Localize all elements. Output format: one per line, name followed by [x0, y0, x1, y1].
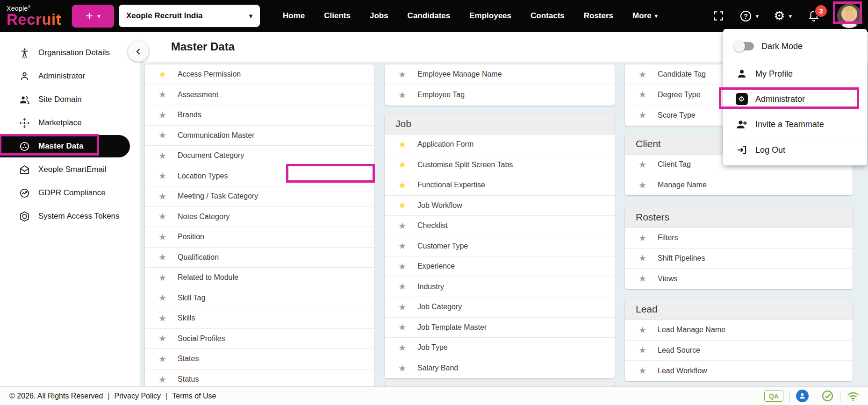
check-status-icon[interactable]: [821, 390, 834, 402]
menu-item-log-out[interactable]: Log Out: [723, 137, 867, 163]
star-icon[interactable]: ★: [158, 90, 166, 99]
sidebar-item-system-access-tokens[interactable]: System Access Tokens: [0, 205, 140, 228]
star-icon[interactable]: ★: [398, 91, 406, 99]
list-item-notes-category[interactable]: ★Notes Category: [145, 207, 374, 227]
list-item-job-type[interactable]: ★Job Type: [385, 338, 615, 358]
star-icon[interactable]: ★: [638, 234, 646, 242]
profile-status-icon[interactable]: [796, 390, 809, 402]
user-avatar[interactable]: [837, 4, 861, 28]
nav-item-home[interactable]: Home: [283, 11, 305, 21]
settings-gear-icon[interactable]: ⚙: [774, 10, 785, 22]
star-icon[interactable]: ★: [398, 282, 406, 291]
star-icon[interactable]: ★: [158, 334, 166, 343]
list-item-skills[interactable]: ★Skills: [145, 308, 374, 329]
star-icon[interactable]: ★: [398, 303, 406, 312]
sidebar-item-gdpr-compliance[interactable]: GDPR Compliance: [0, 181, 140, 205]
qa-badge[interactable]: QA: [764, 391, 783, 402]
list-item-communication-master[interactable]: ★Communication Master: [145, 126, 374, 146]
star-icon[interactable]: ★: [398, 262, 406, 271]
sidebar-item-xeople-smartemail[interactable]: Xeople SmartEmail: [0, 158, 140, 181]
terms-of-use-link[interactable]: Terms of Use: [172, 392, 216, 400]
star-icon[interactable]: ★: [398, 242, 406, 250]
list-item-manage-name[interactable]: ★Manage Name: [625, 175, 853, 196]
sidebar-item-organisation-details[interactable]: Organisation Details: [0, 41, 140, 64]
star-icon[interactable]: ★: [398, 221, 406, 230]
star-icon[interactable]: ★: [398, 160, 406, 169]
chevron-down-icon[interactable]: ▾: [756, 13, 759, 20]
help-icon[interactable]: ?: [739, 10, 752, 22]
star-icon[interactable]: ★: [158, 111, 166, 120]
list-item-qualification[interactable]: ★Qualification: [145, 248, 374, 268]
list-item-job-template-master[interactable]: ★Job Template Master: [385, 318, 615, 338]
list-item-experience[interactable]: ★Experience: [385, 256, 615, 277]
nav-item-contacts[interactable]: Contacts: [531, 11, 565, 21]
star-icon[interactable]: ★: [158, 273, 166, 282]
star-icon[interactable]: ★: [158, 355, 166, 363]
list-item-lead-source[interactable]: ★Lead Source: [625, 341, 853, 361]
star-icon[interactable]: ★: [398, 70, 406, 79]
star-icon[interactable]: ★: [398, 364, 406, 373]
star-icon[interactable]: ★: [638, 181, 646, 190]
nav-item-candidates[interactable]: Candidates: [408, 11, 451, 21]
sidebar-item-master-data[interactable]: Master Data: [0, 135, 130, 157]
star-icon[interactable]: ★: [158, 131, 166, 140]
list-item-social-profiles[interactable]: ★Social Profiles: [145, 329, 374, 349]
menu-item-my-profile[interactable]: My Profile: [723, 61, 867, 86]
star-icon[interactable]: ★: [158, 293, 166, 302]
nav-item-rosters[interactable]: Rosters: [584, 11, 613, 21]
star-icon[interactable]: ★: [398, 181, 406, 190]
privacy-policy-link[interactable]: Privacy Policy: [115, 392, 161, 400]
list-item-job-category[interactable]: ★Job Category: [385, 297, 615, 318]
list-item-location-types[interactable]: ★Location Types: [145, 166, 374, 187]
star-icon[interactable]: ★: [158, 171, 166, 180]
wifi-status-icon[interactable]: [846, 390, 860, 403]
list-item-lead-manage-name[interactable]: ★Lead Manage Name: [625, 320, 853, 341]
add-button[interactable]: + ▾: [72, 5, 114, 28]
notifications-bell[interactable]: 3: [808, 10, 820, 22]
list-item-employee-manage-name[interactable]: ★Employee Manage Name: [385, 64, 615, 85]
star-icon[interactable]: ★: [638, 326, 646, 334]
dark-mode-toggle-row[interactable]: Dark Mode: [723, 32, 867, 61]
nav-item-more[interactable]: More▾: [632, 11, 658, 21]
list-item-application-form[interactable]: ★Application Form: [385, 135, 615, 155]
star-icon[interactable]: ★: [398, 201, 406, 210]
list-item-brands[interactable]: ★Brands: [145, 105, 374, 126]
sidebar-item-administrator[interactable]: Administrator: [0, 64, 140, 88]
list-item-job-workflow[interactable]: ★Job Workflow: [385, 196, 615, 216]
sidebar-item-marketplace[interactable]: Marketplace: [0, 111, 140, 135]
nav-item-clients[interactable]: Clients: [324, 11, 351, 21]
star-icon[interactable]: ★: [638, 254, 646, 263]
list-item-salary-band[interactable]: ★Salary Band: [385, 358, 615, 379]
nav-item-jobs[interactable]: Jobs: [370, 11, 388, 21]
sidebar-item-site-domain[interactable]: Site Domain: [0, 88, 140, 111]
list-item-lead-workflow[interactable]: ★Lead Workflow: [625, 361, 853, 381]
star-icon[interactable]: ★: [158, 375, 166, 384]
organisation-selector[interactable]: Xeople Recruit India ▾: [119, 5, 260, 27]
fullscreen-icon[interactable]: [712, 10, 725, 22]
star-icon[interactable]: ★: [158, 233, 166, 242]
star-icon[interactable]: ★: [638, 366, 646, 375]
star-icon[interactable]: ★: [638, 70, 646, 79]
star-icon[interactable]: ★: [158, 70, 166, 79]
chevron-down-icon[interactable]: ▾: [789, 13, 792, 20]
list-item-related-to-module[interactable]: ★Related to Module: [145, 268, 374, 288]
dark-mode-toggle[interactable]: [735, 42, 754, 50]
star-icon[interactable]: ★: [158, 192, 166, 201]
list-item-views[interactable]: ★Views: [625, 269, 853, 289]
list-item-assessment[interactable]: ★Assessment: [145, 85, 374, 106]
star-icon[interactable]: ★: [158, 151, 166, 160]
star-icon[interactable]: ★: [638, 111, 646, 120]
list-item-access-permission[interactable]: ★Access Permission: [145, 64, 374, 85]
list-item-functional-expertise[interactable]: ★Functional Expertise: [385, 175, 615, 196]
menu-item-administrator[interactable]: ⚙ Administrator: [723, 86, 867, 112]
list-item-shift-pipelines[interactable]: ★Shift Pipelines: [625, 249, 853, 269]
star-icon[interactable]: ★: [638, 274, 646, 283]
list-item-status[interactable]: ★Status: [145, 369, 374, 387]
star-icon[interactable]: ★: [638, 160, 646, 169]
back-button[interactable]: [128, 41, 149, 62]
list-item-document-category[interactable]: ★Document Category: [145, 146, 374, 166]
star-icon[interactable]: ★: [158, 253, 166, 262]
star-icon[interactable]: ★: [638, 90, 646, 99]
list-item-customer-type[interactable]: ★Customer Type: [385, 236, 615, 257]
list-item-skill-tag[interactable]: ★Skill Tag: [145, 288, 374, 309]
